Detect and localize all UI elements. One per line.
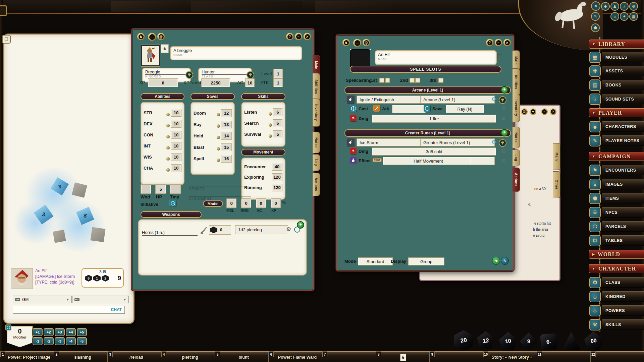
chat-share-icon[interactable]: … <box>353 39 361 47</box>
sidebar-item-items[interactable]: ITEMS <box>602 193 644 203</box>
row-gear-icon[interactable]: ⚙ <box>501 148 506 154</box>
close-button[interactable]: ✕ <box>503 39 511 46</box>
hotbar-slot-1[interactable]: 1Power: Project Image <box>0 352 54 362</box>
mods-button[interactable]: Mods: <box>203 200 223 207</box>
atk-value[interactable]: 1 <box>273 78 283 87</box>
close-button[interactable]: ✕ <box>304 33 311 40</box>
characters-icon[interactable]: ☻ <box>589 121 601 132</box>
save-value[interactable]: 15 <box>221 143 232 151</box>
close-all-icon[interactable]: ✕ <box>591 1 600 11</box>
sidebar-item-player-notes[interactable]: PLAYER NOTES <box>602 135 644 146</box>
modifier-die-icon[interactable] <box>5 324 11 330</box>
die-d20[interactable]: 20 <box>454 330 473 351</box>
roll-die-icon[interactable] <box>166 124 170 127</box>
modifier-minus-button[interactable]: -1 <box>33 337 43 345</box>
skill-value[interactable]: 6 <box>273 108 282 116</box>
mod-mel-value[interactable]: 0 <box>226 198 236 208</box>
sidebar-item-tables[interactable]: TABLES <box>602 235 644 246</box>
add-spell-button[interactable]: + <box>501 129 508 136</box>
sidebar-item-skills[interactable]: SKILLS <box>602 319 644 330</box>
die-d100[interactable]: 00 <box>584 331 603 351</box>
attack-icon[interactable] <box>373 105 380 112</box>
effect-icon[interactable] <box>350 157 357 164</box>
movement-value[interactable]: 40 <box>272 163 282 171</box>
weapon-attack-field[interactable]: 0 <box>209 225 231 235</box>
tables-icon[interactable]: ⚃ <box>589 235 601 246</box>
spell-group-header[interactable]: Greater Runes (Level 1) <box>344 129 511 137</box>
modifier-minus-button[interactable]: -5 <box>77 337 87 345</box>
die-d10[interactable]: 10 <box>499 332 517 351</box>
mod-ac-value[interactable]: 0 <box>256 198 266 208</box>
xp-need-value[interactable]: 2250 <box>201 78 230 87</box>
roll-die-icon[interactable] <box>217 147 220 150</box>
roll-die-icon[interactable] <box>217 124 220 128</box>
sound-sets-icon[interactable]: ♪ <box>589 94 601 105</box>
die-d8[interactable]: 8 <box>520 333 537 351</box>
close-button[interactable]: ✕ <box>550 108 556 115</box>
at-icon[interactable]: @ <box>363 39 370 46</box>
weapon-name[interactable]: Horns (1in.) <box>142 230 198 236</box>
settings-icon[interactable]: ⚙ <box>629 2 638 11</box>
attack-die-icon[interactable] <box>210 227 217 233</box>
kindred-link-icon[interactable] <box>185 71 193 79</box>
class-link-icon[interactable] <box>247 71 254 79</box>
calendar-icon[interactable]: ▦ <box>629 12 638 21</box>
modules-icon[interactable]: ▦ <box>589 52 601 63</box>
kindred-icon[interactable]: ☺ <box>589 291 601 302</box>
ability-value[interactable]: 10 <box>171 142 181 150</box>
weapon-damage-field[interactable]: 1d2 piercing <box>235 225 288 234</box>
spell-settings-gear-icon[interactable]: ⚙ <box>491 97 496 102</box>
light-icon[interactable]: ☼ <box>610 12 619 21</box>
spell-link-icon[interactable] <box>499 96 506 104</box>
character-token[interactable]: ♞ <box>161 44 169 53</box>
table-die-gray[interactable] <box>90 227 105 242</box>
die-d4[interactable] <box>562 332 580 350</box>
save-value[interactable]: 14 <box>221 132 232 140</box>
sidebar-item-books[interactable]: BOOKS <box>602 80 644 90</box>
chat-input[interactable]: CHAT <box>13 306 125 314</box>
speech-bubble-icon[interactable]: ••• <box>497 53 500 59</box>
powers-icon[interactable]: ♨ <box>589 305 601 316</box>
ability-value[interactable]: 10 <box>171 131 181 139</box>
spell-group-field[interactable]: Greater Runes (Level 1) <box>420 138 495 146</box>
slot-checkbox[interactable] <box>438 78 444 84</box>
sidebar-section-library[interactable]: ▼LIBRARY <box>589 40 644 49</box>
roll-die-icon[interactable] <box>166 157 170 161</box>
tab-main[interactable]: Main <box>553 143 560 170</box>
books-icon[interactable]: ▤ <box>589 79 601 91</box>
spell-name-field[interactable]: Ignite / Extinguish <box>357 96 423 104</box>
help-button[interactable]: ? <box>286 33 293 40</box>
save-value[interactable]: 16 <box>221 155 232 163</box>
roll-die-icon[interactable] <box>166 135 170 138</box>
sidebar-item-assets[interactable]: ASSETS <box>602 66 644 76</box>
hotbar-slot-11[interactable]: 11 <box>537 352 590 362</box>
modifier-plus-button[interactable]: +5 <box>77 328 87 336</box>
modifier-plus-button[interactable]: +3 <box>55 328 65 336</box>
save-value-field[interactable]: Ray (N) <box>446 105 484 113</box>
sidebar-item-class[interactable]: CLASS <box>602 277 644 288</box>
hotbar-slot-2[interactable]: 2slashing <box>54 352 107 362</box>
sidebar-item-parcels[interactable]: PARCELS <box>602 221 644 232</box>
sidebar-section-campaign[interactable]: ▼CAMPAIGN <box>589 152 644 161</box>
sidebar-section-player[interactable]: ▼PLAYER <box>589 108 644 117</box>
hp-value[interactable]: 5 <box>155 184 166 194</box>
tab-inventory[interactable]: Inventory <box>313 99 320 127</box>
sidebar-section-character[interactable]: ▼CHARACTER <box>589 264 644 273</box>
minimize-button[interactable]: − <box>295 33 302 40</box>
hotbar-slot-6[interactable]: 6Power: Flame Ward <box>268 352 322 362</box>
npcs-icon[interactable]: ☠ <box>589 207 601 218</box>
skill-value[interactable]: 6 <box>273 119 282 127</box>
dmg-value-field[interactable]: 3d8 cold <box>372 147 496 156</box>
mode-select[interactable]: Standard <box>358 257 393 265</box>
roll-die-icon[interactable] <box>217 159 220 162</box>
tab-other[interactable]: Other <box>553 171 560 198</box>
ability-value[interactable]: 10 <box>171 109 181 117</box>
roll-die-icon[interactable] <box>269 123 272 127</box>
cast-die-icon[interactable] <box>350 105 357 112</box>
slot-checkbox[interactable] <box>379 78 391 84</box>
roll-die-icon[interactable] <box>269 134 272 138</box>
tab-abilities[interactable]: Abilities <box>313 73 320 101</box>
ability-value[interactable]: 10 <box>171 120 181 128</box>
row-gear-icon[interactable]: ⚙ <box>501 106 506 111</box>
modifier-plus-button[interactable]: +2 <box>44 328 54 336</box>
